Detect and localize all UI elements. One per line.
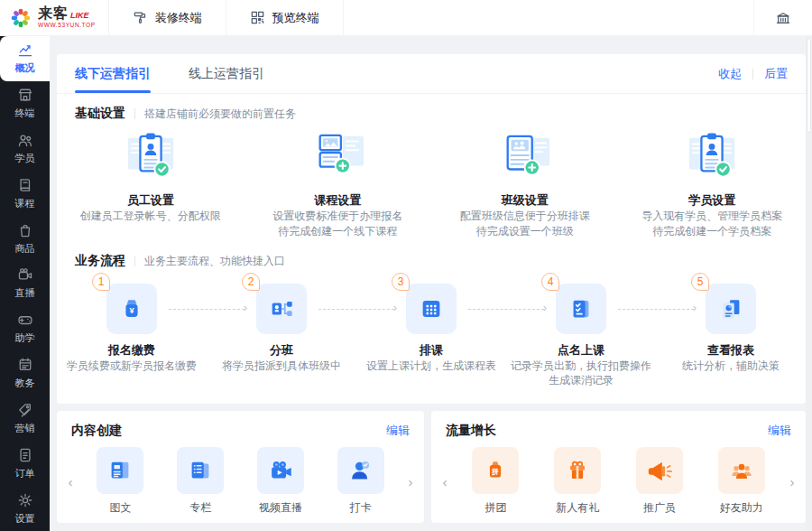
class-setup-icon — [491, 131, 559, 182]
decorate-terminal-button[interactable]: 装修终端 — [109, 0, 226, 35]
item-tile: 拼 — [472, 447, 519, 494]
carousel-next-icon[interactable]: › — [401, 474, 420, 489]
step-icon-tile: 3 — [406, 284, 457, 334]
groupbuy-bag-icon: 拼 — [482, 457, 509, 484]
item-groupbuy[interactable]: 拼 拼团 — [472, 447, 519, 516]
sidebar-item-live[interactable]: 直播 — [0, 261, 50, 306]
step-desc: 设置上课计划，生成课程表 — [356, 359, 506, 373]
step-enrollment-payment[interactable]: 1 ¥ 报名缴费 学员续费或新学员报名缴费 — [57, 284, 207, 387]
sidebar-item-label: 营销 — [15, 422, 35, 435]
section-title: 业务流程 — [75, 253, 125, 269]
sidebar-item-study-aid[interactable]: 助学 — [0, 306, 50, 351]
preview-terminal-button[interactable]: 预览终端 — [226, 0, 343, 35]
step-desc: 统计分析，辅助决策 — [656, 359, 806, 373]
checkin-icon — [347, 457, 374, 484]
panel-title: 流量增长 — [446, 423, 496, 439]
card-staff-setup[interactable]: 员工设置 创建员工登录帐号、分配权限 — [57, 131, 245, 239]
card-desc: 设置收费标准便于办理报名 — [245, 209, 432, 224]
edit-link[interactable]: 编辑 — [386, 423, 410, 439]
step-rollcall[interactable]: 4 点名上课 记录学员出勤，执行扣费操作 生成课消记录 — [506, 284, 656, 387]
tab-online-guide[interactable]: 线上运营指引 — [189, 54, 264, 93]
item-tile — [97, 447, 143, 494]
carousel-prev-icon[interactable]: ‹ — [60, 474, 80, 489]
sidebar-item-marketing[interactable]: 营销 — [0, 396, 50, 442]
scrollbar[interactable] — [806, 36, 812, 531]
step-icon-tile: 5 — [706, 284, 756, 334]
carousel-next-icon[interactable]: › — [782, 474, 802, 489]
building-home-icon — [775, 10, 791, 26]
item-newcomer-gift[interactable]: 新人有礼 — [554, 447, 601, 516]
scrollbar-thumb[interactable] — [807, 38, 811, 133]
edit-link[interactable]: 编辑 — [768, 423, 791, 439]
item-article[interactable]: 图文 — [97, 447, 143, 516]
step-class-assignment[interactable]: 2 分班 将学员指派到具体班级中 — [207, 284, 356, 387]
step-number-badge: 3 — [392, 273, 410, 291]
pinwheel-logo-icon — [9, 6, 32, 30]
carousel-prev-icon[interactable]: ‹ — [435, 474, 455, 489]
panel-head: 内容创建 编辑 — [57, 411, 424, 439]
card-class-setup[interactable]: 班级设置 配置班级信息便于分班排课 待完成设置一个班级 — [431, 131, 619, 239]
step-desc: 将学员指派到具体班级中 — [207, 359, 356, 373]
item-tile — [337, 447, 384, 494]
sidebar-item-goods[interactable]: 商品 — [0, 216, 50, 261]
tab-label: 线下运营指引 — [75, 66, 151, 82]
academic-board-icon — [17, 357, 33, 373]
item-tile — [177, 447, 224, 494]
step-reports[interactable]: 5 查看报表 统计分析，辅助决策 — [656, 284, 806, 387]
card-desc: 配置班级信息便于分班排课 — [431, 209, 619, 224]
collapse-link[interactable]: 收起 — [718, 66, 742, 82]
sidebar-item-settings[interactable]: 设置 — [0, 486, 50, 531]
sidebar-item-terminal[interactable]: 终端 — [0, 81, 50, 126]
decorate-terminal-label: 装修终端 — [155, 10, 202, 26]
step-desc: 生成课消记录 — [506, 373, 656, 387]
sidebar-item-students[interactable]: 学员 — [0, 126, 50, 172]
business-flow-steps: 1 ¥ 报名缴费 学员续费或新学员报名缴费 2 — [57, 269, 806, 387]
card-student-setup[interactable]: 学员设置 导入现有学员、管理学员档案 待完成创建一个学员档案 — [619, 131, 807, 239]
friends-boost-icon — [728, 457, 755, 484]
homepage-button[interactable] — [754, 0, 812, 35]
svg-text:拼: 拼 — [491, 468, 499, 476]
item-video-live[interactable]: 视频直播 — [257, 447, 304, 516]
send-back-link[interactable]: 后置 — [764, 66, 788, 82]
basic-settings-section-head: 基础设置 搭建店铺前必须要做的前置任务 — [57, 94, 806, 122]
report-chart-icon — [717, 295, 744, 322]
sidebar-item-label: 订单 — [15, 467, 35, 480]
item-friend-boost[interactable]: 好友助力 — [718, 447, 765, 516]
svg-text:¥: ¥ — [129, 306, 134, 315]
card-course-setup[interactable]: 课程设置 设置收费标准便于办理报名 待完成创建一个线下课程 — [245, 131, 432, 239]
item-checkin[interactable]: 打卡 — [337, 447, 384, 516]
step-title: 分班 — [207, 342, 356, 359]
sidebar-item-academic[interactable]: 教务 — [0, 351, 50, 396]
item-label: 推广员 — [636, 500, 683, 516]
step-scheduling[interactable]: 3 排课 设置上课计划，生成课程表 — [356, 284, 506, 387]
fee-bag-icon: ¥ — [118, 295, 145, 322]
sidebar-item-orders[interactable]: 订单 — [0, 441, 50, 486]
card-desc: 导入现有学员、管理学员档案 — [619, 209, 807, 224]
content-carousel: ‹ 图文 — [57, 439, 424, 516]
brand-logo[interactable]: 来客 LIKE WWW.53YUN.TOP — [0, 0, 108, 35]
item-promoter[interactable]: 推广员 — [636, 447, 683, 516]
panel-title: 内容创建 — [71, 423, 122, 439]
growth-carousel: ‹ 拼 拼团 — [431, 439, 806, 516]
sidebar-item-courses[interactable]: 课程 — [0, 171, 50, 216]
sidebar-item-overview[interactable]: 概况 — [0, 36, 50, 81]
operation-guide-panel: 线下运营指引 线上运营指引 收起 后置 基础设置 搭建店铺前必须要做的前置任务 — [57, 54, 806, 404]
brand-subtitle: WWW.53YUN.TOP — [38, 23, 96, 29]
qr-code-icon — [250, 10, 265, 25]
brand-suffix: LIKE — [70, 12, 89, 20]
content-creation-panel: 内容创建 编辑 ‹ 图文 — [57, 411, 424, 523]
gift-icon — [564, 457, 591, 484]
card-desc: 待完成创建一个学员档案 — [619, 224, 807, 239]
guide-tabbar: 线下运营指引 线上运营指引 收起 后置 — [57, 54, 806, 94]
storefront-icon — [17, 87, 33, 103]
header-divider — [343, 0, 344, 36]
sidebar-item-label: 商品 — [15, 242, 35, 256]
step-icon-tile: 4 — [556, 284, 606, 334]
sidebar-item-label: 课程 — [15, 197, 35, 210]
card-title: 课程设置 — [245, 192, 432, 209]
item-column[interactable]: 专栏 — [177, 447, 224, 516]
basic-settings-cards: 员工设置 创建员工登录帐号、分配权限 课程设置 — [57, 122, 806, 241]
card-title: 员工设置 — [57, 192, 245, 209]
step-icon-tile: 1 ¥ — [106, 284, 157, 334]
tab-offline-guide[interactable]: 线下运营指引 — [75, 54, 151, 93]
